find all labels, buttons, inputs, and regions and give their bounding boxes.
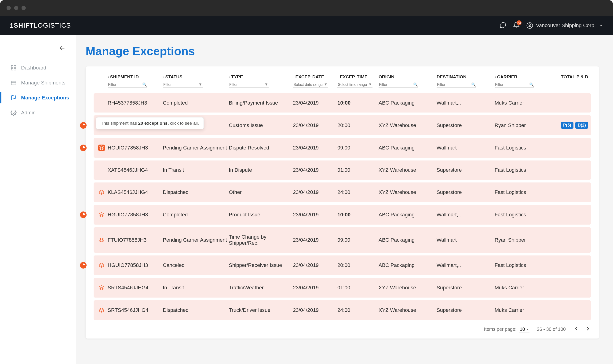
col-header-destination[interactable]: DESTINATION xyxy=(437,74,495,79)
cell-status: Canceled xyxy=(163,262,229,268)
window-dot xyxy=(22,6,26,10)
cell-type: In Dispute xyxy=(229,167,293,173)
col-header-type[interactable]: ↓TYPE xyxy=(229,74,293,79)
table-row[interactable]: KLAS4546JJHG4DispatchedOther23/04/201924… xyxy=(94,182,591,202)
svg-rect-3 xyxy=(11,65,13,67)
table-row[interactable]: SRTS4546JJHG4In TransitTraffic/Weather23… xyxy=(94,278,591,298)
stack-icon[interactable] xyxy=(98,285,105,291)
filter-shipment-id[interactable] xyxy=(108,82,147,88)
table-row[interactable]: HGUIO77858JH3CompletedProduct Issue23/04… xyxy=(94,205,591,225)
cell-date: 23/04/2019 xyxy=(293,285,337,291)
svg-rect-5 xyxy=(11,68,13,70)
stack-icon[interactable] xyxy=(98,262,105,269)
col-header-shipment-id[interactable]: ↓SHIPMENT ID xyxy=(108,74,163,79)
cell-shipment-id: SRTS4546JJHG4 xyxy=(108,285,163,291)
cell-origin: XYZ Warehouse xyxy=(378,167,437,173)
sidebar-item-shipments[interactable]: Manage Shipments xyxy=(0,75,76,90)
filter-date[interactable] xyxy=(293,82,328,88)
stack-icon[interactable] xyxy=(98,144,105,151)
notification-badge: 23 xyxy=(517,20,521,25)
cell-destination: Wallmart,.. xyxy=(437,100,495,106)
d-badge[interactable]: D(2) xyxy=(575,122,588,129)
cell-time: 10:00 xyxy=(337,100,378,106)
col-header-status[interactable]: ↓STATUS xyxy=(163,74,229,79)
sidebar-item-label: Admin xyxy=(21,110,36,116)
cell-date: 23/04/2019 xyxy=(293,122,337,129)
per-page-select[interactable]: 10 xyxy=(519,326,529,332)
chat-icon[interactable] xyxy=(499,22,507,29)
stack-icon[interactable] xyxy=(98,211,105,218)
logo: 1SHIFTLOGISTICS xyxy=(10,22,71,29)
table-row[interactable]: SRTS4546JJHG4DispatchedTruck/Driver Issu… xyxy=(94,300,591,320)
table-row[interactable]: HGUIO77858JH3CanceledShipper/Receiver Is… xyxy=(94,255,591,275)
clock-marker-icon xyxy=(80,144,87,151)
table-row[interactable]: RH45377858JH3CompletedBilling/Payment Is… xyxy=(94,93,591,113)
filter-destination[interactable] xyxy=(437,82,476,88)
table-row[interactable]: XATS4546JJHG4In TransitIn Dispute23/04/2… xyxy=(94,160,591,180)
cell-destination: Superstore xyxy=(437,285,495,291)
cell-destination: Wallmart,.. xyxy=(437,212,495,218)
cell-total-pd: P(5)D(2) xyxy=(546,122,588,129)
svg-marker-19 xyxy=(99,308,104,310)
exceptions-tooltip[interactable]: This shipment has 20 exceptions, click t… xyxy=(96,117,204,129)
stack-icon[interactable] xyxy=(98,307,105,313)
cell-shipment-id: FTUIO77858JH3 xyxy=(108,237,163,243)
back-button[interactable] xyxy=(0,44,76,52)
cell-carrier: Fast Logistics xyxy=(495,145,546,151)
cell-time: 01:00 xyxy=(337,167,378,173)
cell-origin: XYZ Warehouse xyxy=(378,285,437,291)
filter-type[interactable] xyxy=(229,82,269,88)
cell-time: 10:00 xyxy=(337,212,378,218)
sidebar-item-label: Manage Shipments xyxy=(21,80,65,86)
col-header-excep-time[interactable]: ↓EXCEP. TIME xyxy=(337,74,378,79)
col-header-total-pd[interactable]: TOTAL P & D xyxy=(546,74,588,79)
table-row[interactable]: HGUIO77858JH3Pending Carrier AssignmentD… xyxy=(94,138,591,158)
window-dot xyxy=(14,6,18,10)
cell-status: In Transit xyxy=(163,285,229,291)
box-icon xyxy=(10,79,17,86)
app-body: Dashboard Manage Shipments Manage Except… xyxy=(0,35,613,364)
cell-type: Other xyxy=(229,189,293,195)
page-next-button[interactable] xyxy=(585,326,591,333)
cell-time: 09:00 xyxy=(337,237,378,243)
cell-carrier: Ryan Shipper xyxy=(495,122,546,129)
svg-marker-17 xyxy=(99,263,104,265)
svg-marker-14 xyxy=(99,213,104,215)
col-header-excep-date[interactable]: ↓EXCEP. DATE xyxy=(293,74,337,79)
filter-time[interactable] xyxy=(337,82,372,88)
stack-icon[interactable] xyxy=(98,237,105,243)
notification-bell-icon[interactable]: 23 xyxy=(513,22,520,29)
sidebar-item-dashboard[interactable]: Dashboard xyxy=(0,60,76,75)
browser-chrome xyxy=(0,0,613,16)
stack-icon[interactable] xyxy=(98,189,105,195)
cell-origin: XYZ Warehouse xyxy=(378,307,437,313)
filter-origin[interactable] xyxy=(378,82,418,88)
cell-status: In Transit xyxy=(163,167,229,173)
filter-status[interactable] xyxy=(163,82,203,88)
cell-shipment-id: RH45377858JH3 xyxy=(108,100,163,106)
cell-origin: ABC Packaging xyxy=(378,262,437,268)
filter-carrier[interactable] xyxy=(495,82,535,88)
col-header-origin[interactable]: ORIGIN xyxy=(378,74,437,79)
sidebar-item-admin[interactable]: Admin xyxy=(0,105,76,120)
col-header-carrier[interactable]: ↓CARRIER xyxy=(495,74,546,79)
p-badge[interactable]: P(5) xyxy=(561,122,574,129)
cell-origin: XYZ Warehouse xyxy=(378,122,437,129)
cell-date: 23/04/2019 xyxy=(293,262,337,268)
cell-type: Traffic/Weather xyxy=(229,285,293,291)
table-row[interactable]: FTUIO77858JH3Pending Carrier AssignmentT… xyxy=(94,227,591,253)
cell-shipment-id: HGUIO77858JH3 xyxy=(108,262,163,268)
page-prev-button[interactable] xyxy=(573,326,579,333)
cell-shipment-id: HGUIO77858JH3 xyxy=(108,145,163,151)
cell-destination: Wallmart xyxy=(437,145,495,151)
cell-type: Billing/Payment Issue xyxy=(229,100,293,106)
user-menu[interactable]: Vancouver Shipping Corp. xyxy=(526,22,603,29)
cell-carrier: Muks Carrier xyxy=(495,307,546,313)
cell-date: 23/04/2019 xyxy=(293,189,337,195)
cell-date: 23/04/2019 xyxy=(293,145,337,151)
sidebar-item-exceptions[interactable]: Manage Exceptions xyxy=(0,90,76,105)
cell-type: Time Change by Shipper/Rec. xyxy=(229,234,293,246)
cell-origin: XYZ Warehouse xyxy=(378,189,437,195)
table-rows: This shipment has 20 exceptions, click t… xyxy=(94,93,591,320)
svg-marker-15 xyxy=(99,238,104,240)
